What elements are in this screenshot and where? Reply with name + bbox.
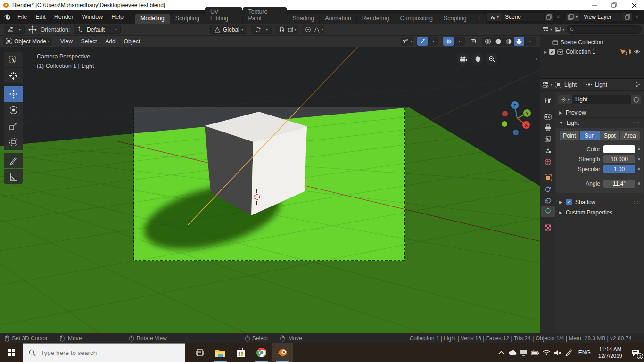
workspace-tab-scripting[interactable]: Scripting: [438, 14, 472, 24]
restore-button[interactable]: [604, 0, 624, 10]
viewport-menu-view[interactable]: View: [56, 38, 77, 45]
show-gizmo-icon[interactable]: [417, 37, 428, 46]
shading-solid-icon[interactable]: [493, 37, 504, 46]
shading-rendered-icon[interactable]: [514, 37, 524, 46]
microsoft-store-button[interactable]: [231, 343, 251, 362]
outliner-filter-icon[interactable]: ▾: [554, 25, 565, 34]
outliner-search-input[interactable]: [567, 25, 642, 34]
tool-measure[interactable]: [4, 169, 23, 184]
tool-tab[interactable]: [541, 95, 555, 106]
viewport-menu-object[interactable]: Object: [120, 38, 145, 45]
light-type-sun[interactable]: Sun: [580, 131, 600, 140]
scene-tab[interactable]: [541, 145, 555, 156]
view-layer-icon[interactable]: ▾: [565, 12, 580, 22]
menu-window[interactable]: Window: [78, 14, 107, 20]
snap-target-dropdown[interactable]: ▾: [287, 25, 297, 34]
pan-view-button[interactable]: [471, 53, 484, 65]
strength-field[interactable]: 10.000: [603, 155, 635, 163]
animate-dot[interactable]: [638, 182, 640, 185]
workspace-tab-rendering[interactable]: Rendering: [357, 14, 395, 24]
workspace-tab-animation[interactable]: Animation: [320, 14, 356, 24]
angle-field[interactable]: 11.4°: [603, 180, 635, 188]
light-type-area[interactable]: Area: [620, 131, 640, 140]
minimize-button[interactable]: [585, 0, 604, 10]
zoom-view-button[interactable]: [486, 53, 498, 65]
taskbar-clock[interactable]: 11:14 AM 12/7/2019: [594, 346, 626, 359]
scene-name-field[interactable]: Scene: [501, 12, 545, 22]
constraints-tab[interactable]: [541, 195, 555, 206]
menu-edit[interactable]: Edit: [31, 14, 50, 20]
collection-checkbox[interactable]: ✓: [549, 49, 555, 55]
pen-icon[interactable]: [563, 343, 575, 362]
active-tool-icon[interactable]: ▾: [4, 25, 25, 34]
scene-unlink-icon[interactable]: ✕: [554, 14, 562, 20]
panel-drag-dots[interactable]: ::::: [634, 210, 640, 215]
workspace-tab-sculpting[interactable]: Sculpting: [170, 14, 205, 24]
overlays-dropdown-icon[interactable]: ▾: [454, 37, 464, 46]
shadow-checkbox[interactable]: ✓: [566, 199, 572, 205]
fake-user-shield-icon[interactable]: [631, 95, 641, 104]
properties-editor-type-icon[interactable]: ▾: [542, 80, 553, 89]
move-gizmo-icon[interactable]: [28, 25, 37, 34]
object-visibility-icon[interactable]: ▾: [402, 37, 412, 46]
custom-properties-panel-header[interactable]: ▶ Custom Properties ::::: [555, 207, 644, 217]
workspace-tab-compositing[interactable]: Compositing: [395, 14, 438, 24]
onedrive-icon[interactable]: [507, 343, 518, 362]
menu-file[interactable]: File: [13, 14, 31, 20]
object-data-tab[interactable]: [541, 206, 555, 217]
3d-viewport[interactable]: Z Y X Camera Perspective (1) Collection …: [0, 47, 540, 333]
view-layer-tab[interactable]: [541, 133, 555, 145]
outliner-row-collection-1[interactable]: ▶ ✓ Collection 1 2: [540, 47, 644, 57]
blender-menu-icon[interactable]: [4, 14, 11, 20]
tray-chevron-up-icon[interactable]: [495, 343, 507, 362]
view-layer-copy-icon[interactable]: [623, 12, 633, 22]
panel-drag-dots[interactable]: ::::: [634, 110, 640, 115]
shadow-panel-header[interactable]: ▶ ✓ Shadow ::::: [555, 197, 644, 207]
outliner-row-scene-collection[interactable]: Scene Collection: [540, 38, 644, 47]
light-type-point[interactable]: Point: [560, 131, 579, 140]
scene-icon[interactable]: ▾: [487, 12, 501, 22]
preview-panel-header[interactable]: ▶ Preview ::::: [555, 107, 644, 117]
outliner-editor-type-icon[interactable]: ▾: [542, 25, 553, 34]
physics-tab[interactable]: [541, 183, 555, 195]
language-indicator[interactable]: ENG: [575, 349, 594, 356]
panel-drag-dots[interactable]: ::::: [634, 200, 640, 205]
render-tab[interactable]: [541, 111, 555, 122]
workspace-tab-modeling[interactable]: Modeling: [135, 14, 170, 24]
viewport-menu-select[interactable]: Select: [77, 38, 101, 45]
shading-dropdown-icon[interactable]: ▾: [524, 37, 535, 46]
tool-move[interactable]: [4, 86, 23, 102]
hide-eye-icon[interactable]: [634, 49, 640, 54]
tool-cursor[interactable]: [4, 68, 23, 83]
task-view-button[interactable]: [189, 343, 210, 362]
display-icon[interactable]: [518, 343, 529, 362]
color-swatch[interactable]: [603, 145, 635, 153]
chrome-button[interactable]: [251, 343, 272, 362]
battery-icon[interactable]: [529, 343, 541, 362]
proportional-edit-icon[interactable]: [303, 25, 313, 34]
tool-annotate[interactable]: [4, 153, 23, 168]
camera-view-button[interactable]: [457, 53, 469, 65]
gizmo-dropdown-icon[interactable]: ▾: [428, 37, 438, 46]
tool-scale[interactable]: [4, 118, 23, 134]
menu-help[interactable]: Help: [107, 14, 128, 20]
animate-dot[interactable]: [638, 168, 640, 170]
blender-taskbar-button[interactable]: [272, 343, 293, 362]
mode-dropdown[interactable]: Object Mode▾: [3, 37, 52, 46]
workspace-tab-add[interactable]: +: [472, 14, 486, 24]
menu-render[interactable]: Render: [50, 14, 78, 20]
workspace-tab-uv-editing[interactable]: UV Editing: [205, 7, 242, 24]
tool-transform[interactable]: [4, 134, 23, 150]
object-tab[interactable]: [541, 172, 555, 183]
volume-muted-icon[interactable]: [552, 343, 563, 362]
search-input[interactable]: [41, 349, 168, 356]
tool-rotate[interactable]: [4, 102, 23, 118]
shading-wireframe-icon[interactable]: [483, 37, 493, 46]
show-overlays-icon[interactable]: [443, 37, 454, 46]
transform-orientation-dropdown[interactable]: Global▾: [210, 25, 247, 34]
light-panel-header[interactable]: ▼ Light ::::: [555, 117, 644, 128]
shading-material-icon[interactable]: [504, 37, 514, 46]
file-explorer-button[interactable]: [210, 343, 231, 362]
panel-drag-dots[interactable]: ::::: [634, 121, 640, 125]
notification-center-button[interactable]: 3: [626, 343, 644, 362]
